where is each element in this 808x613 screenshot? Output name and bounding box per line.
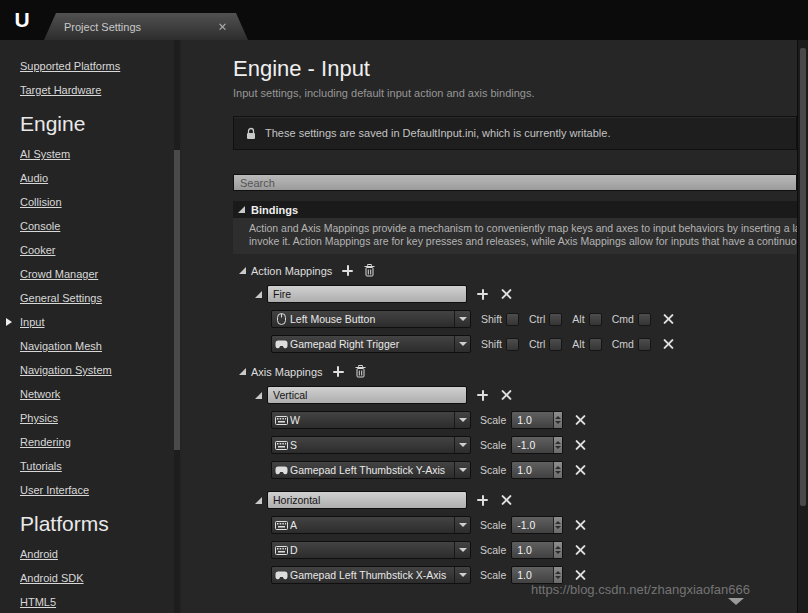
expand-arrow-icon[interactable] <box>255 291 262 298</box>
scale-label: Scale <box>480 569 506 581</box>
spinner-arrows-icon[interactable] <box>553 437 562 453</box>
scale-spinbox[interactable]: -1.0 <box>511 436 563 454</box>
key-select-dropdown[interactable]: A <box>271 516 471 534</box>
scale-spinbox[interactable]: 1.0 <box>511 411 563 429</box>
sidebar-item-collision[interactable]: Collision <box>20 190 182 214</box>
remove-binding-icon[interactable] <box>575 465 586 476</box>
sidebar-item-rendering[interactable]: Rendering <box>20 430 182 454</box>
spinner-arrows-icon[interactable] <box>553 462 562 478</box>
sidebar-item-general-settings[interactable]: General Settings <box>20 286 182 310</box>
expand-arrow-icon[interactable] <box>255 497 262 504</box>
scale-spinbox[interactable]: 1.0 <box>511 541 563 559</box>
remove-binding-icon[interactable] <box>575 520 586 531</box>
sidebar-item-tutorials[interactable]: Tutorials <box>20 454 182 478</box>
spinner-arrows-icon[interactable] <box>553 412 562 428</box>
main-scrollbar[interactable] <box>797 40 808 613</box>
alt-checkbox[interactable] <box>589 313 602 326</box>
scale-spinbox[interactable]: 1.0 <box>511 461 563 479</box>
tab-project-settings[interactable]: Project Settings <box>44 13 248 40</box>
sidebar-item-label: Network <box>20 388 60 400</box>
delete-action-mappings-icon[interactable] <box>364 264 375 277</box>
add-axis-mapping-icon[interactable] <box>333 366 344 377</box>
key-select-dropdown[interactable]: Left Mouse Button <box>271 310 471 328</box>
sidebar-item-label: AI System <box>20 148 70 160</box>
sidebar-item-android-sdk[interactable]: Android SDK <box>20 566 182 590</box>
ctrl-checkbox[interactable] <box>549 313 562 326</box>
key-select-dropdown[interactable]: Gamepad Right Trigger <box>271 335 471 353</box>
spinner-arrows-icon[interactable] <box>553 517 562 533</box>
remove-binding-icon[interactable] <box>575 415 586 426</box>
sidebar-item-label: Physics <box>20 412 58 424</box>
key-select-dropdown[interactable]: W <box>271 411 471 429</box>
scale-spinbox[interactable]: -1.0 <box>511 516 563 534</box>
bindings-section-title: Bindings <box>251 204 298 216</box>
scale-spinbox[interactable]: 1.0 <box>511 566 563 584</box>
cmd-checkbox[interactable] <box>638 338 651 351</box>
modifier-label-shift: Shift <box>481 313 502 325</box>
action-name-input[interactable] <box>267 285 467 303</box>
add-action-mapping-icon[interactable] <box>342 265 353 276</box>
scale-value: 1.0 <box>512 569 553 581</box>
sidebar-item-target-hardware[interactable]: Target Hardware <box>20 78 182 102</box>
remove-binding-icon[interactable] <box>575 570 586 581</box>
sidebar-item-ai-system[interactable]: AI System <box>20 142 182 166</box>
spinner-arrows-icon[interactable] <box>553 542 562 558</box>
shift-checkbox[interactable] <box>506 338 519 351</box>
bindings-description-line1: Action and Axis Mappings provide a mecha… <box>249 222 797 235</box>
tab-close-icon[interactable] <box>219 23 226 30</box>
modifier-label-ctrl: Ctrl <box>529 338 545 350</box>
main-scrollbar-thumb[interactable] <box>800 48 806 506</box>
sidebar-item-navigation-mesh[interactable]: Navigation Mesh <box>20 334 182 358</box>
bindings-section-header[interactable]: Bindings <box>233 201 797 218</box>
sidebar-item-html5[interactable]: HTML5 <box>20 590 182 613</box>
add-key-binding-icon[interactable] <box>477 495 488 506</box>
add-key-binding-icon[interactable] <box>477 390 488 401</box>
unreal-logo-icon: U <box>9 6 35 32</box>
search-input[interactable] <box>233 174 797 191</box>
scale-value: 1.0 <box>512 544 553 556</box>
sidebar-item-audio[interactable]: Audio <box>20 166 182 190</box>
sidebar-item-physics[interactable]: Physics <box>20 406 182 430</box>
scale-label: Scale <box>480 414 506 426</box>
key-select-dropdown[interactable]: S <box>271 436 471 454</box>
ctrl-checkbox[interactable] <box>549 338 562 351</box>
sidebar-item-console[interactable]: Console <box>20 214 182 238</box>
expand-arrow-icon[interactable] <box>239 267 246 274</box>
sidebar-item-crowd-manager[interactable]: Crowd Manager <box>20 262 182 286</box>
remove-binding-icon[interactable] <box>575 545 586 556</box>
remove-axis-group-icon[interactable] <box>501 495 512 506</box>
shift-checkbox[interactable] <box>506 313 519 326</box>
remove-axis-group-icon[interactable] <box>501 390 512 401</box>
expand-arrow-icon[interactable] <box>239 368 246 375</box>
axis-binding-row: D Scale 1.0 <box>271 541 797 559</box>
axis-name-input[interactable] <box>267 386 467 404</box>
sidebar-item-input[interactable]: Input <box>20 310 182 334</box>
scale-value: 1.0 <box>512 414 553 426</box>
key-select-dropdown[interactable]: Gamepad Left Thumbstick X-Axis <box>271 566 471 584</box>
cmd-checkbox[interactable] <box>638 313 651 326</box>
add-key-binding-icon[interactable] <box>477 289 488 300</box>
spinner-arrows-icon[interactable] <box>553 567 562 583</box>
delete-axis-mappings-icon[interactable] <box>355 365 366 378</box>
remove-action-group-icon[interactable] <box>501 289 512 300</box>
remove-binding-icon[interactable] <box>663 339 674 350</box>
remove-binding-icon[interactable] <box>575 440 586 451</box>
key-select-dropdown[interactable]: Gamepad Left Thumbstick Y-Axis <box>271 461 471 479</box>
sidebar-item-user-interface[interactable]: User Interface <box>20 478 182 502</box>
sidebar-item-navigation-system[interactable]: Navigation System <box>20 358 182 382</box>
expand-arrow-icon[interactable] <box>255 392 262 399</box>
sidebar-item-cooker[interactable]: Cooker <box>20 238 182 262</box>
axis-name-input[interactable] <box>267 491 467 509</box>
scroll-down-indicator-icon[interactable] <box>728 598 744 605</box>
expand-arrow-icon <box>238 206 245 213</box>
remove-binding-icon[interactable] <box>663 314 674 325</box>
key-select-value: A <box>290 519 454 531</box>
key-select-dropdown[interactable]: D <box>271 541 471 559</box>
sidebar-scrollbar[interactable] <box>174 40 180 613</box>
chevron-down-icon <box>454 542 470 558</box>
sidebar-scrollbar-thumb[interactable] <box>174 150 180 450</box>
sidebar-item-supported-platforms[interactable]: Supported Platforms <box>20 54 182 78</box>
sidebar-item-android[interactable]: Android <box>20 542 182 566</box>
sidebar-item-network[interactable]: Network <box>20 382 182 406</box>
alt-checkbox[interactable] <box>589 338 602 351</box>
